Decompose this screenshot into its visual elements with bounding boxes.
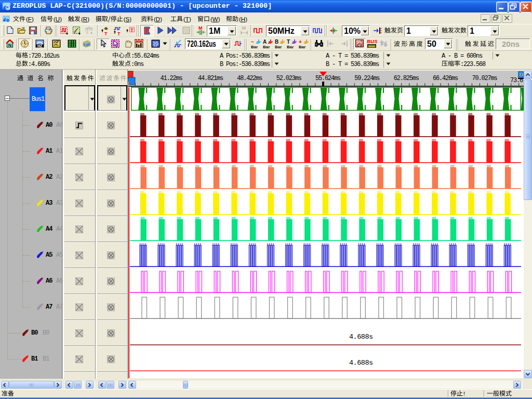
svg-text:Bar: Bar (251, 45, 258, 48)
svg-text:T: T (130, 28, 134, 33)
svg-text:Bar: Bar (263, 45, 270, 48)
svg-text:B: B (105, 27, 107, 30)
svg-text:M: M (242, 25, 246, 31)
svg-text:E: E (86, 31, 89, 34)
svg-text:T: T (117, 31, 121, 35)
svg-text:N: N (8, 43, 11, 48)
svg-text:T: T (104, 31, 108, 36)
svg-text:A: A (263, 39, 267, 45)
svg-text:M: M (198, 25, 203, 31)
svg-text:BUS: BUS (367, 39, 378, 44)
svg-text:Bar: Bar (299, 45, 305, 48)
svg-text:−: − (251, 39, 254, 45)
svg-text:T: T (287, 39, 290, 45)
svg-text:+: + (299, 39, 302, 45)
svg-text:Bar: Bar (287, 45, 294, 48)
svg-text:HZ: HZ (37, 44, 43, 48)
svg-text:Bar: Bar (275, 45, 282, 48)
svg-text:B: B (275, 39, 278, 45)
